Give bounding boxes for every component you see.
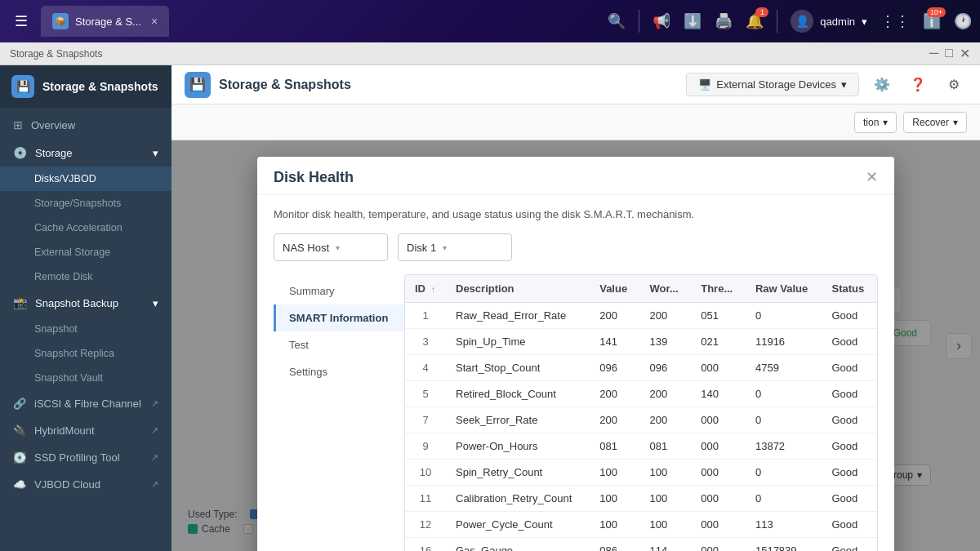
- hybridmount-icon: 🔌: [13, 424, 26, 437]
- divider2: [777, 10, 777, 33]
- disk-selector[interactable]: Disk 1 ▾: [398, 233, 512, 261]
- clock-icon[interactable]: 🕐: [954, 12, 972, 30]
- modal-nav: Summary SMART Information Test Settings: [274, 274, 404, 551]
- table-row: 4 Start_Stop_Count 096 096 000 4759 Good: [405, 355, 877, 381]
- cell-worst: 100: [640, 512, 692, 538]
- search-icon[interactable]: 🔍: [608, 12, 626, 30]
- cell-worst: 096: [640, 355, 692, 381]
- cell-raw: 13872: [746, 433, 822, 460]
- app-tab[interactable]: 📦 Storage & S... ×: [41, 6, 169, 37]
- cell-worst: 200: [640, 381, 692, 407]
- cell-value: 100: [590, 486, 639, 512]
- modal-close-btn[interactable]: ✕: [866, 168, 878, 186]
- cell-status: Good: [822, 407, 877, 433]
- sidebar-storage-group[interactable]: 💿 Storage ▾: [0, 139, 172, 167]
- action-dropdown-btn[interactable]: tion ▾: [854, 112, 897, 133]
- sidebar-item-snapshot[interactable]: Snapshot: [0, 317, 172, 341]
- cell-thresh: 021: [691, 329, 746, 355]
- cell-id: 11: [405, 486, 446, 512]
- col-id: ID ↑: [405, 275, 446, 303]
- nas-host-arrow-icon: ▾: [336, 243, 340, 252]
- apps-icon[interactable]: ⋮⋮: [880, 12, 910, 30]
- modal-nav-smart[interactable]: SMART Information: [274, 304, 404, 331]
- sidebar-item-remote-disk[interactable]: Remote Disk: [0, 264, 172, 289]
- sidebar-snapshot-backup-label: Snapshot Backup: [35, 297, 118, 309]
- sidebar-item-overview[interactable]: ⊞ Overview: [0, 111, 172, 139]
- cell-raw: 0: [746, 303, 822, 329]
- table-row: 1 Raw_Read_Error_Rate 200 200 051 0 Good: [405, 303, 877, 329]
- sidebar-item-storage-snapshots[interactable]: Storage/Snapshots: [0, 191, 172, 216]
- modal-nav-summary[interactable]: Summary: [274, 278, 404, 304]
- user-area[interactable]: 👤 qadmin ▾: [791, 10, 867, 33]
- sidebar-item-hybridmount[interactable]: 🔌 HybridMount ↗: [0, 417, 172, 444]
- sidebar-item-iscsi[interactable]: 🔗 iSCSI & Fibre Channel ↗: [0, 390, 172, 417]
- cell-desc: Gas_Gauge: [446, 538, 590, 552]
- sidebar-item-snapshot-vault[interactable]: Snapshot Vault: [0, 366, 172, 390]
- action-label: tion: [863, 117, 879, 128]
- cell-thresh: 000: [691, 486, 746, 512]
- sidebar-item-snapshot-replica[interactable]: Snapshot Replica: [0, 341, 172, 366]
- cell-id: 1: [405, 303, 446, 329]
- app-logo-icon: 💾: [185, 72, 211, 98]
- cell-thresh: 000: [691, 512, 746, 538]
- sidebar-main-section: ⊞ Overview 💿 Storage ▾ Disks/VJBOD Stora…: [0, 108, 172, 501]
- sidebar-storage-label: Storage: [35, 147, 73, 159]
- sidebar-remote-disk-label: Remote Disk: [34, 271, 93, 282]
- table-header-row: ID ↑ Description Value Wor... Thre... Ra…: [405, 275, 877, 303]
- tab-close-btn[interactable]: ×: [151, 15, 158, 28]
- external-storage-dropdown-icon: ▾: [841, 78, 847, 91]
- help-icon-btn[interactable]: ❓: [905, 72, 931, 98]
- cell-thresh: 000: [691, 355, 746, 381]
- sidebar-snapshot-label: Snapshot: [34, 323, 78, 335]
- username-label: qadmin: [820, 16, 855, 28]
- cell-value: 100: [590, 460, 639, 486]
- sidebar-item-disks[interactable]: Disks/VJBOD: [0, 167, 172, 191]
- cell-status: Good: [822, 329, 877, 355]
- table-row: 5 Retired_Block_Count 200 200 140 0 Good: [405, 381, 877, 407]
- modal-nav-test[interactable]: Test: [274, 331, 404, 358]
- action-dropdown-icon: ▾: [883, 117, 888, 128]
- tab-label: Storage & S...: [75, 16, 141, 28]
- hamburger-menu[interactable]: ☰: [8, 6, 34, 37]
- modal-nav-settings[interactable]: Settings: [274, 358, 404, 385]
- sidebar-snapshot-backup-group[interactable]: 📸 Snapshot Backup ▾: [0, 289, 172, 317]
- nas-host-selector[interactable]: NAS Host ▾: [274, 233, 388, 261]
- sidebar-item-external-storage[interactable]: External Storage: [0, 240, 172, 264]
- sidebar-item-cache-acceleration[interactable]: Cache Acceleration: [0, 216, 172, 240]
- cell-value: 200: [590, 303, 639, 329]
- sidebar-hybridmount-label: HybridMount: [34, 424, 95, 437]
- content-area: 💾 Storage & Snapshots 🖥️ External Storag…: [172, 65, 980, 551]
- snapshot-chevron-icon: ▾: [153, 297, 158, 309]
- cell-worst: 200: [640, 303, 692, 329]
- sidebar: 💾 Storage & Snapshots ⊞ Overview 💿 Stora…: [0, 65, 172, 551]
- external-link-icon: ↗: [151, 398, 158, 409]
- preferences-icon-btn[interactable]: ⚙: [941, 72, 967, 98]
- recover-dropdown-btn[interactable]: Recover ▾: [903, 112, 967, 133]
- megaphone-icon[interactable]: 📢: [653, 12, 670, 30]
- modal-body: Monitor disk health, temperature, and us…: [257, 195, 894, 551]
- cell-thresh: 000: [691, 407, 746, 433]
- settings-icon-btn[interactable]: ⚙️: [869, 72, 895, 98]
- window-close-btn[interactable]: ✕: [960, 46, 970, 61]
- app-title: Storage & Snapshots: [219, 78, 351, 92]
- cell-status: Good: [822, 355, 877, 381]
- cell-desc: Calibration_Retry_Count: [446, 486, 590, 512]
- minimize-btn[interactable]: ─: [929, 46, 938, 61]
- cell-id: 7: [405, 407, 446, 433]
- bell-icon[interactable]: 🔔 1: [746, 12, 764, 30]
- table-row: 16 Gas_Gauge 086 114 000 1517839... Good: [405, 538, 877, 552]
- cell-raw: 0: [746, 381, 822, 407]
- print-icon[interactable]: 🖨️: [715, 12, 733, 30]
- external-storage-btn[interactable]: 🖥️ External Storage Devices ▾: [686, 73, 859, 96]
- cell-id: 12: [405, 512, 446, 538]
- modal-description: Monitor disk health, temperature, and us…: [274, 208, 878, 220]
- maximize-btn[interactable]: □: [945, 46, 953, 61]
- sidebar-item-ssd[interactable]: 💽 SSD Profiling Tool ↗: [0, 444, 172, 471]
- sidebar-item-vjbod[interactable]: ☁️ VJBOD Cloud ↗: [0, 471, 172, 498]
- cell-desc: Seek_Error_Rate: [446, 407, 590, 433]
- download-icon[interactable]: ⬇️: [684, 12, 702, 30]
- vjbod-icon: ☁️: [13, 478, 26, 491]
- col-worst: Wor...: [640, 275, 692, 303]
- info-icon[interactable]: ℹ️ 10+: [923, 12, 941, 30]
- cell-desc: Raw_Read_Error_Rate: [446, 303, 590, 329]
